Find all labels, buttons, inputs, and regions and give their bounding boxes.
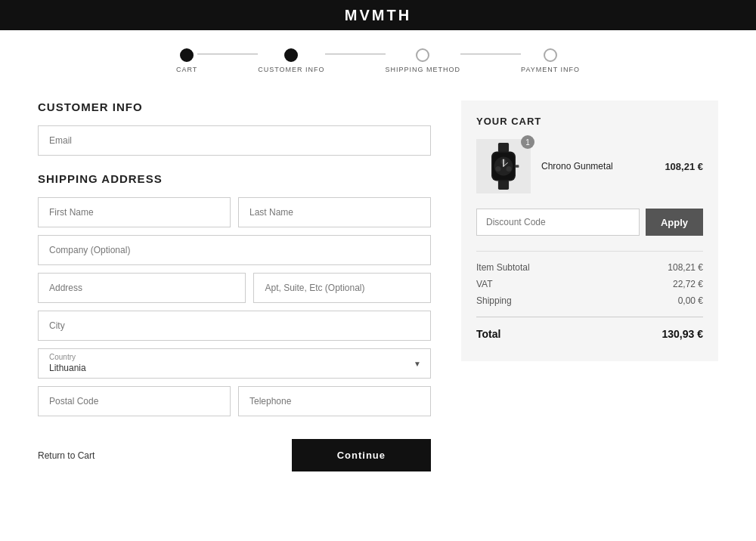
return-to-cart-button[interactable]: Return to Cart	[38, 450, 94, 461]
checkout-progress: CART CUSTOMER INFO SHIPPING METHOD PAYME…	[0, 30, 756, 85]
svg-rect-1	[498, 181, 509, 190]
site-logo: MVMTH	[345, 7, 411, 24]
step-customer-label: CUSTOMER INFO	[258, 66, 324, 73]
step-payment-circle	[544, 48, 557, 62]
subtotal-label: Item Subtotal	[476, 262, 530, 273]
bottom-actions: Return to Cart Continue	[38, 439, 431, 471]
step-shipping-method: SHIPPING METHOD	[386, 48, 461, 73]
step-cart-label: CART	[176, 66, 197, 73]
step-customer-circle	[284, 48, 298, 62]
watch-icon	[484, 143, 523, 190]
svg-point-6	[495, 166, 500, 172]
subtotal-row: Item Subtotal 108,21 €	[476, 262, 703, 273]
right-column: YOUR CART	[461, 100, 718, 471]
subtotal-value: 108,21 €	[668, 262, 703, 273]
email-field[interactable]	[38, 125, 431, 156]
cart-title: YOUR CART	[476, 116, 703, 127]
last-name-field[interactable]	[238, 197, 431, 227]
step-shipping-label: SHIPPING METHOD	[386, 66, 461, 73]
cart-item-name: Chrono Gunmetal	[541, 161, 654, 172]
cart-item-image-wrapper: 1	[476, 139, 531, 193]
cart-item: 1 Chrono Gunmetal 108,21 €	[476, 139, 703, 193]
main-content: CUSTOMER INFO SHIPPING ADDRESS Country L…	[15, 85, 741, 502]
step-line-3	[460, 54, 521, 54]
step-customer-info: CUSTOMER INFO	[258, 48, 324, 73]
address-field[interactable]	[38, 273, 246, 303]
company-group	[38, 235, 431, 265]
vat-label: VAT	[476, 279, 493, 289]
name-row	[38, 197, 431, 227]
totals-section: Item Subtotal 108,21 € VAT 22,72 € Shipp…	[476, 251, 703, 340]
telephone-field[interactable]	[238, 386, 431, 416]
vat-value: 22,72 €	[673, 279, 703, 289]
discount-code-field[interactable]	[476, 209, 640, 236]
apt-field[interactable]	[253, 273, 431, 303]
left-column: CUSTOMER INFO SHIPPING ADDRESS Country L…	[38, 100, 431, 471]
total-label: Total	[476, 328, 500, 340]
continue-button[interactable]: Continue	[292, 439, 431, 471]
discount-row: Apply	[476, 209, 703, 236]
vat-row: VAT 22,72 €	[476, 279, 703, 289]
step-line-2	[325, 54, 386, 54]
address-row	[38, 273, 431, 303]
shipping-address-title: SHIPPING ADDRESS	[38, 172, 431, 185]
shipping-row: Shipping 0,00 €	[476, 295, 703, 306]
postal-tel-row	[38, 386, 431, 416]
step-shipping-circle	[416, 48, 429, 62]
shipping-value: 0,00 €	[678, 295, 703, 306]
step-cart: CART	[176, 48, 197, 73]
cart-box: YOUR CART	[461, 100, 718, 361]
email-group	[38, 125, 431, 156]
shipping-label: Shipping	[476, 295, 512, 306]
postal-code-field[interactable]	[38, 386, 231, 416]
site-header: MVMTH	[0, 0, 756, 30]
step-line-1	[197, 54, 258, 54]
first-name-field[interactable]	[38, 197, 231, 227]
country-group: Country Lithuania United States Germany …	[38, 348, 431, 379]
step-payment-info: PAYMENT INFO	[521, 48, 580, 73]
cart-item-price: 108,21 €	[665, 161, 703, 172]
customer-info-title: CUSTOMER INFO	[38, 100, 431, 113]
svg-rect-10	[516, 165, 519, 168]
apply-discount-button[interactable]: Apply	[646, 209, 703, 236]
step-payment-label: PAYMENT INFO	[521, 66, 580, 73]
company-field[interactable]	[38, 235, 431, 265]
city-group	[38, 311, 431, 341]
svg-rect-0	[498, 143, 509, 152]
grand-total-row: Total 130,93 €	[476, 317, 703, 340]
step-cart-circle	[180, 48, 194, 62]
svg-point-7	[507, 166, 512, 172]
country-select[interactable]: Lithuania United States Germany France U…	[39, 349, 430, 378]
city-field[interactable]	[38, 311, 431, 341]
country-select-wrapper: Country Lithuania United States Germany …	[38, 348, 431, 379]
total-value: 130,93 €	[662, 328, 704, 340]
cart-qty-badge: 1	[521, 135, 534, 149]
